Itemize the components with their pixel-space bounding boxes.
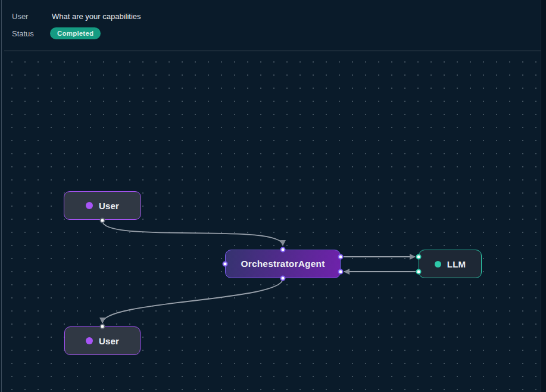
edge-user-to-orchestrator[interactable] — [102, 221, 283, 245]
user-dot-icon — [86, 202, 93, 209]
handle-orchestrator-left[interactable] — [223, 262, 228, 267]
handle-orchestrator-right-in[interactable] — [338, 269, 344, 275]
handle-orchestrator-top[interactable] — [280, 247, 286, 253]
node-user-bottom[interactable]: User — [64, 326, 141, 355]
agent-run-panel: User What are your capabilities Status C… — [0, 0, 546, 392]
node-orchestrator-agent[interactable]: OrchestratorAgent — [225, 250, 341, 278]
llm-dot-icon — [435, 261, 441, 267]
flow-canvas[interactable]: User OrchestratorAgent LLM User — [0, 52, 541, 392]
handle-orchestrator-right-out[interactable] — [338, 254, 344, 260]
handle-llm-left-in[interactable] — [416, 254, 422, 260]
node-label: LLM — [447, 259, 466, 269]
user-dot-icon — [86, 337, 93, 344]
handle-llm-left-out[interactable] — [416, 269, 422, 275]
node-label: OrchestratorAgent — [241, 259, 325, 269]
user-query-text: What are your capabilities — [52, 12, 141, 21]
user-field-label: User — [12, 12, 28, 21]
status-field-label: Status — [12, 29, 34, 38]
handle-user-top-source[interactable] — [100, 218, 105, 223]
handle-user-bottom-target[interactable] — [100, 324, 105, 329]
handle-orchestrator-bottom[interactable] — [280, 276, 286, 281]
header-divider — [4, 51, 541, 51]
right-gutter — [541, 0, 546, 392]
node-llm[interactable]: LLM — [419, 250, 482, 278]
node-label: User — [99, 336, 119, 346]
node-user-top[interactable]: User — [64, 191, 141, 220]
edge-orchestrator-to-user[interactable] — [102, 279, 283, 323]
status-badge: Completed — [50, 27, 101, 39]
node-label: User — [99, 201, 119, 211]
